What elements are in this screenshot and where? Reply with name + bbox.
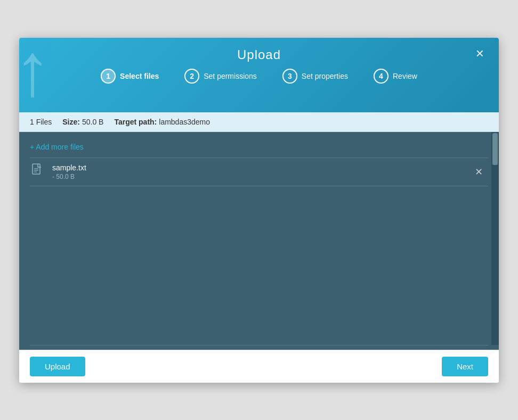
file-size: - 50.0 B (52, 173, 463, 180)
step-1-circle: 1 (101, 69, 116, 84)
files-count: 1 Files (30, 118, 52, 126)
file-remove-button[interactable]: ✕ (472, 167, 486, 177)
step-1[interactable]: 1 Select files (101, 69, 159, 84)
file-item: sample.txt - 50.0 B ✕ (30, 158, 488, 186)
step-4-circle: 4 (374, 69, 388, 84)
step-3-label: Set properties (302, 72, 348, 80)
content-area: + Add more files sample.txt - 50.0 B ✕ (19, 132, 499, 345)
scrollbar-thumb[interactable] (492, 133, 498, 165)
close-button[interactable]: × (472, 44, 488, 62)
step-4[interactable]: 4 Review (374, 69, 417, 84)
file-info: sample.txt - 50.0 B (52, 163, 463, 180)
modal-title: Upload (237, 47, 281, 62)
upload-button[interactable]: Upload (30, 357, 85, 376)
steps-row: 1 Select files 2 Set permissions 3 Set p… (30, 69, 488, 93)
info-bar: 1 Files Size: 50.0 B Target path: lambda… (19, 112, 499, 132)
target-info: Target path: lambdas3demo (114, 118, 210, 126)
modal-header: ↑ Upload × 1 Select files 2 Set permissi… (19, 38, 499, 112)
size-label: Size: (62, 118, 80, 126)
size-info: Size: 50.0 B (62, 118, 103, 126)
file-name: sample.txt (52, 163, 463, 172)
size-value: 50.0 B (82, 118, 103, 126)
add-more-files-button[interactable]: + Add more files (30, 143, 488, 155)
step-3[interactable]: 3 Set properties (282, 69, 348, 84)
bottom-line (30, 345, 488, 345)
step-1-label: Select files (120, 72, 159, 80)
target-label: Target path: (114, 118, 157, 126)
scrollbar-track[interactable] (491, 132, 499, 345)
step-3-circle: 3 (282, 69, 297, 84)
file-type-icon (32, 163, 44, 180)
bottom-divider-area (19, 345, 499, 350)
step-2[interactable]: 2 Set permissions (184, 69, 257, 84)
upload-modal: ↑ Upload × 1 Select files 2 Set permissi… (19, 38, 499, 383)
modal-footer: Upload Next (19, 350, 499, 383)
target-value: lambdas3demo (159, 118, 210, 126)
title-row: Upload × (30, 38, 488, 69)
step-2-label: Set permissions (204, 72, 257, 80)
step-4-label: Review (393, 72, 417, 80)
step-2-circle: 2 (184, 69, 199, 84)
next-button[interactable]: Next (442, 357, 488, 376)
